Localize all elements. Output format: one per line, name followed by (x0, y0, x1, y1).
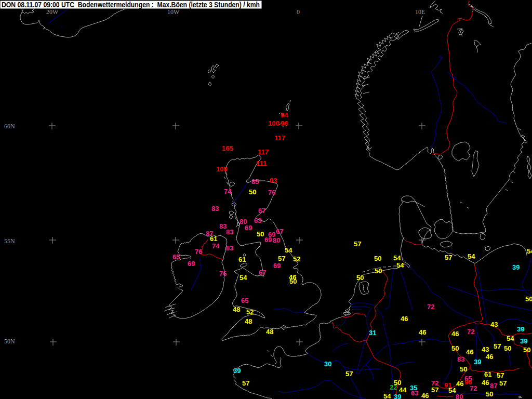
svg-text:46: 46 (456, 380, 463, 388)
svg-text:65: 65 (241, 297, 248, 304)
svg-text:61: 61 (238, 256, 246, 263)
svg-text:60N: 60N (4, 123, 15, 130)
svg-text:83: 83 (457, 355, 464, 363)
svg-text:22: 22 (390, 383, 397, 391)
svg-text:93: 93 (270, 177, 277, 184)
svg-text:67: 67 (276, 228, 283, 235)
svg-text:46: 46 (419, 328, 426, 336)
svg-text:39: 39 (233, 367, 241, 375)
svg-text:43: 43 (482, 345, 489, 353)
svg-text:57: 57 (278, 255, 285, 262)
svg-text:46: 46 (486, 353, 493, 361)
svg-text:54: 54 (468, 252, 475, 260)
svg-text:30: 30 (324, 360, 331, 368)
svg-text:76: 76 (195, 248, 202, 256)
svg-text:52: 52 (293, 255, 300, 263)
svg-text:54: 54 (507, 335, 514, 342)
svg-text:39: 39 (394, 393, 401, 399)
svg-text:74: 74 (212, 242, 220, 250)
svg-text:76: 76 (219, 270, 227, 277)
svg-text:80: 80 (273, 236, 280, 244)
svg-text:69: 69 (188, 260, 195, 268)
svg-text:72: 72 (467, 328, 474, 336)
svg-text:50: 50 (257, 230, 264, 238)
svg-text:DON 08.11.07 09:00 UTC Bodenw: DON 08.11.07 09:00 UTC Bodenwettermeldun… (2, 1, 260, 9)
svg-text:55N: 55N (4, 237, 15, 245)
svg-text:54: 54 (383, 392, 391, 399)
svg-text:39: 39 (517, 325, 524, 333)
svg-text:85: 85 (251, 178, 259, 185)
svg-text:57: 57 (494, 342, 501, 350)
svg-text:61: 61 (210, 235, 217, 243)
svg-text:54: 54 (527, 247, 532, 255)
svg-text:50: 50 (249, 188, 256, 196)
svg-text:83: 83 (226, 244, 233, 252)
svg-text:46: 46 (482, 379, 489, 387)
svg-text:46: 46 (466, 348, 473, 356)
svg-text:54: 54 (285, 246, 292, 254)
svg-text:50N: 50N (4, 338, 15, 345)
svg-text:48: 48 (266, 328, 273, 336)
svg-text:54: 54 (240, 274, 247, 282)
svg-text:96: 96 (464, 378, 472, 386)
svg-text:20W: 20W (46, 8, 59, 16)
svg-text:57: 57 (497, 371, 504, 379)
svg-text:100: 100 (268, 119, 280, 127)
svg-text:50: 50 (525, 295, 532, 303)
svg-text:76: 76 (268, 189, 275, 196)
svg-text:54: 54 (396, 261, 404, 269)
svg-text:80: 80 (456, 393, 463, 399)
svg-text:54: 54 (448, 387, 456, 394)
svg-text:50: 50 (289, 277, 297, 285)
svg-text:63: 63 (254, 217, 261, 224)
svg-text:46: 46 (421, 392, 429, 399)
svg-text:57: 57 (431, 386, 438, 394)
svg-text:72: 72 (427, 303, 434, 311)
svg-text:54: 54 (393, 254, 401, 262)
svg-text:46: 46 (401, 315, 408, 323)
svg-text:67: 67 (259, 269, 266, 276)
svg-text:50: 50 (374, 255, 381, 262)
svg-text:10E: 10E (415, 8, 425, 16)
svg-text:61: 61 (484, 370, 491, 378)
svg-text:50: 50 (486, 390, 493, 398)
svg-text:65: 65 (172, 253, 180, 261)
svg-text:57: 57 (499, 379, 507, 387)
svg-text:50: 50 (523, 346, 530, 354)
svg-text:74: 74 (224, 188, 232, 195)
svg-text:10W: 10W (167, 8, 180, 16)
svg-text:52: 52 (246, 308, 254, 316)
svg-text:57: 57 (345, 370, 353, 378)
svg-text:0: 0 (297, 8, 300, 16)
svg-text:48: 48 (233, 305, 240, 313)
svg-text:57: 57 (242, 379, 249, 387)
svg-text:117: 117 (274, 134, 285, 142)
svg-text:39: 39 (474, 358, 481, 366)
svg-text:69: 69 (264, 236, 272, 244)
svg-text:46: 46 (451, 330, 459, 338)
svg-text:109: 109 (216, 165, 228, 173)
svg-text:50: 50 (375, 267, 382, 275)
svg-text:31: 31 (369, 329, 376, 337)
svg-text:165: 165 (222, 144, 233, 152)
svg-text:94: 94 (281, 111, 288, 119)
svg-text:96: 96 (281, 119, 288, 127)
svg-text:50: 50 (460, 365, 467, 373)
svg-text:35: 35 (410, 384, 417, 392)
svg-text:57: 57 (354, 240, 361, 248)
svg-text:39: 39 (512, 263, 520, 271)
svg-text:50: 50 (451, 344, 459, 352)
svg-text:117: 117 (258, 148, 269, 156)
svg-text:39: 39 (520, 337, 527, 345)
svg-text:87: 87 (490, 382, 497, 390)
svg-text:43: 43 (490, 321, 498, 328)
svg-text:67: 67 (258, 207, 265, 215)
svg-text:83: 83 (226, 228, 233, 236)
svg-text:83: 83 (211, 205, 219, 212)
svg-text:69: 69 (245, 224, 252, 232)
svg-text:50: 50 (504, 344, 511, 352)
svg-text:69: 69 (273, 262, 281, 270)
svg-text:111: 111 (256, 159, 267, 167)
svg-text:57: 57 (445, 254, 452, 261)
svg-text:48: 48 (245, 317, 252, 325)
